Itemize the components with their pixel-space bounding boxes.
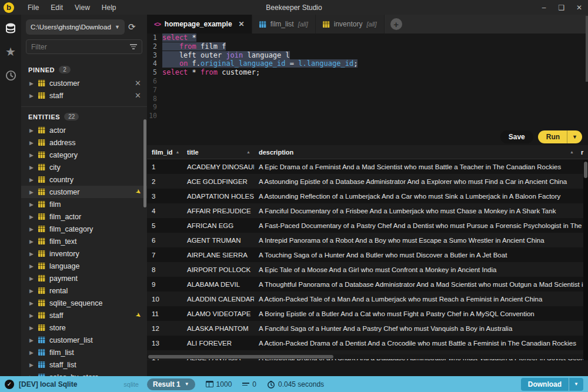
sidebar-item-film_text[interactable]: ▶film_text: [21, 235, 147, 247]
horizontal-scrollbar[interactable]: [147, 354, 588, 359]
chevron-right-icon[interactable]: ▶: [29, 325, 34, 331]
view-icon: [38, 349, 45, 356]
menu-item-view[interactable]: View: [69, 2, 95, 13]
tab-inventory[interactable]: inventory[all]: [316, 15, 385, 33]
chevron-right-icon[interactable]: ▶: [29, 313, 34, 319]
download-button[interactable]: Download ▼: [521, 378, 583, 391]
table-row[interactable]: 8AIRPORT POLLOCKA Epic Tale of a Moose A…: [147, 262, 588, 277]
database-icon[interactable]: [4, 22, 17, 35]
run-dropdown-caret-icon[interactable]: ▼: [567, 130, 582, 143]
table-row[interactable]: 2ACE GOLDFINGERA Astounding Epistle of a…: [147, 174, 588, 189]
table-row[interactable]: 13ALI FOREVERA Action-Packed Drama of a …: [147, 336, 588, 350]
chevron-right-icon[interactable]: ▶: [29, 177, 34, 183]
sidebar-item-sqlite_sequence[interactable]: ▶sqlite_sequence: [21, 297, 147, 309]
filter-input[interactable]: [31, 43, 130, 51]
chevron-right-icon[interactable]: ▶: [29, 300, 34, 306]
connection-status[interactable]: ✓ [DEV] local Sqlite sqlite: [0, 380, 147, 389]
tab-close-icon[interactable]: ✕: [239, 20, 245, 28]
table-row[interactable]: 1ACADEMY DINOSAURA Epic Drama of a Femin…: [147, 159, 588, 174]
cell-film-id: 1: [147, 163, 182, 170]
chevron-right-icon[interactable]: ▶: [29, 276, 34, 282]
menu-item-help[interactable]: Help: [96, 2, 122, 13]
sidebar-scrollbar[interactable]: [143, 119, 146, 207]
history-icon[interactable]: [4, 69, 17, 82]
chevron-right-icon[interactable]: ▶: [29, 239, 34, 244]
sidebar-item-actor[interactable]: ▶actor: [21, 124, 147, 136]
sidebar-item-address[interactable]: ▶address: [21, 136, 147, 149]
table-row[interactable]: 10ALADDIN CALENDARA Action-Packed Tale o…: [147, 292, 588, 306]
menu-item-edit[interactable]: Edit: [45, 2, 68, 13]
chevron-right-icon[interactable]: ▶: [29, 288, 34, 294]
column-header-release-year-clipped[interactable]: r: [580, 149, 588, 156]
sidebar-item-category[interactable]: ▶category: [21, 149, 147, 161]
chevron-right-icon[interactable]: ▶: [29, 128, 34, 133]
tab-homepage_example[interactable]: <>homepage_example✕: [147, 15, 252, 33]
chevron-right-icon[interactable]: ▶: [29, 189, 34, 195]
table-row[interactable]: 11ALAMO VIDEOTAPEA Boring Epistle of a B…: [147, 306, 588, 321]
pin-icon[interactable]: ➤: [134, 187, 143, 197]
tab-film_list[interactable]: film_list[all]: [252, 15, 316, 33]
close-button[interactable]: ✕: [570, 0, 588, 15]
minimize-button[interactable]: –: [535, 0, 553, 15]
sidebar-item-sales_by_store[interactable]: ▶sales_by_store: [21, 371, 147, 376]
sidebar-item-inventory[interactable]: ▶inventory: [21, 247, 147, 260]
download-dropdown-caret-icon[interactable]: ▼: [569, 378, 583, 391]
chevron-right-icon[interactable]: ▶: [29, 93, 34, 99]
column-header-description[interactable]: description ▲: [254, 149, 580, 156]
sidebar-item-customer[interactable]: ▶customer➤: [21, 186, 147, 198]
sidebar-item-film_actor[interactable]: ▶film_actor: [21, 210, 147, 223]
editor-scrollbar[interactable]: [586, 16, 588, 82]
vertical-scrollbar[interactable]: [583, 160, 588, 360]
save-button[interactable]: Save: [500, 130, 533, 143]
table-row[interactable]: 9ALABAMA DEVILA Thoughtful Panorama of a…: [147, 277, 588, 292]
run-button[interactable]: Run ▼: [538, 130, 582, 143]
sidebar-item-country[interactable]: ▶country: [21, 173, 147, 186]
column-header-title[interactable]: title ▲: [182, 149, 254, 156]
unpin-close-icon[interactable]: ✕: [135, 79, 141, 88]
database-selector[interactable]: C:\Users\ghstng\Downloads ▼: [26, 19, 125, 35]
sidebar-item-language[interactable]: ▶language: [21, 260, 147, 272]
pin-icon[interactable]: ➤: [134, 311, 143, 320]
sidebar-item-customer_list[interactable]: ▶customer_list: [21, 334, 147, 346]
refresh-icon[interactable]: ⟳: [128, 22, 136, 32]
column-header-film-id[interactable]: film_id ▲: [147, 149, 182, 156]
chevron-right-icon[interactable]: ▶: [29, 214, 34, 220]
pinned-item-staff[interactable]: ▶staff✕: [21, 89, 147, 102]
sql-editor[interactable]: 1select *2 from film f3 left outer join …: [147, 33, 588, 145]
pinned-item-customer[interactable]: ▶customer✕: [21, 77, 147, 89]
chevron-right-icon[interactable]: ▶: [29, 263, 34, 269]
sidebar-item-staff[interactable]: ▶staff➤: [21, 309, 147, 321]
sidebar-item-film_category[interactable]: ▶film_category: [21, 223, 147, 235]
sidebar-item-store[interactable]: ▶store: [21, 321, 147, 334]
chevron-right-icon[interactable]: ▶: [29, 140, 34, 146]
sidebar-item-rental[interactable]: ▶rental: [21, 284, 147, 297]
result-selector[interactable]: Result 1 ▼: [147, 378, 195, 390]
sidebar-item-payment[interactable]: ▶payment: [21, 272, 147, 284]
filter-icon[interactable]: [130, 44, 137, 49]
chevron-right-icon[interactable]: ▶: [29, 81, 34, 86]
table-row[interactable]: 5AFRICAN EGGA Fast-Paced Documentary of …: [147, 218, 588, 233]
chevron-right-icon[interactable]: ▶: [29, 202, 34, 207]
unpin-close-icon[interactable]: ✕: [135, 91, 141, 100]
menu-item-file[interactable]: File: [22, 2, 44, 13]
table-row[interactable]: 3ADAPTATION HOLESA Astounding Reflection…: [147, 189, 588, 203]
chevron-right-icon[interactable]: ▶: [29, 337, 34, 343]
sidebar-item-film_list[interactable]: ▶film_list: [21, 346, 147, 359]
table-row[interactable]: 6AGENT TRUMANA Intrepid Panorama of a Ro…: [147, 233, 588, 247]
sidebar-item-city[interactable]: ▶city: [21, 161, 147, 173]
table-row[interactable]: 12ALASKA PHANTOMA Fanciful Saga of a Hun…: [147, 321, 588, 336]
table-row[interactable]: 4AFFAIR PREJUDICEA Fanciful Documentary …: [147, 203, 588, 218]
maximize-button[interactable]: ❑: [553, 0, 570, 15]
chevron-right-icon[interactable]: ▶: [29, 350, 34, 356]
entity-label: customer_list: [49, 336, 141, 344]
sidebar-item-staff_list[interactable]: ▶staff_list: [21, 359, 147, 371]
new-tab-button[interactable]: +: [390, 18, 402, 30]
table-row[interactable]: 7AIRPLANE SIERRAA Touching Saga of a Hun…: [147, 247, 588, 262]
chevron-right-icon[interactable]: ▶: [29, 152, 34, 158]
chevron-right-icon[interactable]: ▶: [29, 251, 34, 257]
favorites-star-icon[interactable]: ★: [4, 45, 17, 58]
sidebar-item-film[interactable]: ▶film: [21, 198, 147, 210]
chevron-right-icon[interactable]: ▶: [29, 165, 34, 170]
chevron-right-icon[interactable]: ▶: [29, 362, 34, 368]
chevron-right-icon[interactable]: ▶: [29, 226, 34, 232]
